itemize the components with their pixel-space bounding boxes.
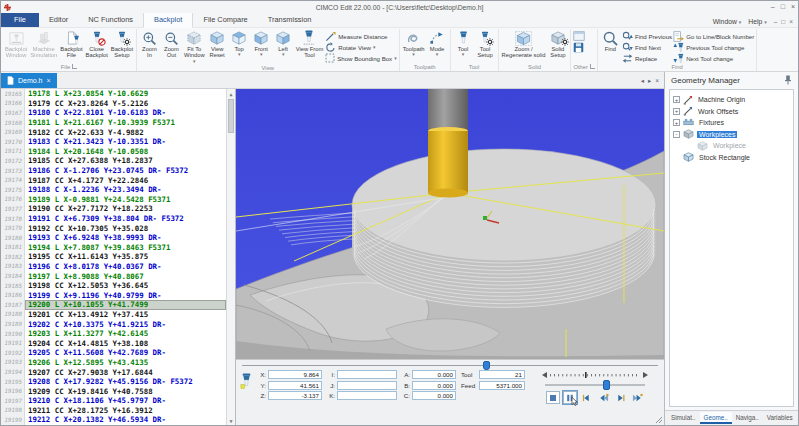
ribbon-button-show-bounding-box[interactable]: Show Bounding Box ▾ bbox=[325, 53, 396, 63]
axis-value-x[interactable]: 9.864 bbox=[268, 370, 322, 379]
resize-grip[interactable] bbox=[655, 416, 663, 424]
ribbon-button-zoom-out[interactable]: Zoom Out bbox=[161, 29, 182, 65]
ribbon-button-top[interactable]: Top▾ bbox=[229, 29, 250, 65]
ribbon-button-zoom-in[interactable]: Zoom In bbox=[139, 29, 160, 65]
code-line[interactable]: 1916619179 CC X+23.8264 Y-5.2126 bbox=[1, 99, 226, 109]
code-line[interactable]: 1918719200 L X+10.1055 Y+41.7499 bbox=[1, 300, 226, 310]
code-line[interactable]: 1919619209 CC X+19.8416 Y+40.7588 bbox=[1, 386, 226, 396]
panel-tab-naviga[interactable]: Naviga.. bbox=[732, 412, 763, 424]
code-line[interactable]: 1918519198 CC X+12.5053 Y+36.645 bbox=[1, 281, 226, 291]
code-line[interactable]: 1918419197 L X+8.9088 Y+40.8067 bbox=[1, 271, 226, 281]
ribbon-button-left[interactable]: Left▾ bbox=[273, 29, 294, 65]
minimize-icon[interactable]: – bbox=[771, 2, 775, 12]
stop-button[interactable] bbox=[546, 391, 560, 404]
tree-item-workpiece[interactable]: Workpiece bbox=[673, 140, 790, 152]
panel-tab-variables[interactable]: Variables bbox=[763, 412, 797, 424]
code-line[interactable]: 1916919182 CC X+22.633 Y-4.9882 bbox=[1, 127, 226, 137]
code-line[interactable]: 1917719190 CC X+27.7172 Y+18.2253 bbox=[1, 204, 226, 214]
scroll-up-icon[interactable]: ▲ bbox=[229, 89, 232, 98]
document-tab[interactable]: Demo.h × bbox=[1, 73, 57, 88]
restore-icon[interactable]: □ bbox=[781, 2, 785, 12]
code-line[interactable]: 1917019183 C X+21.3423 Y-10.3351 DR- bbox=[1, 137, 226, 147]
axis-value-j[interactable] bbox=[337, 381, 397, 390]
ribbon-button-zoom-regenerate-solid[interactable]: Zoom / Regenerate solid bbox=[501, 29, 547, 62]
ribbon-button-rotate-view[interactable]: Rotate View ▾ bbox=[325, 42, 396, 52]
ribbon-button-solid-setup[interactable]: Solid Setup bbox=[547, 29, 568, 62]
panel-tab-simulat[interactable]: Simulat.. bbox=[667, 412, 700, 424]
code-line[interactable]: 1917419187 CC X+4.1727 Y+22.2846 bbox=[1, 175, 226, 185]
close-icon[interactable]: × bbox=[791, 2, 795, 12]
code-line[interactable]: 1919719210 C X+18.1106 Y+45.9797 DR- bbox=[1, 396, 226, 406]
editor-scrollbar[interactable]: ▲ ▼ bbox=[226, 89, 235, 425]
tree-item-machine-origin[interactable]: +Machine Origin bbox=[673, 94, 790, 106]
speed-slider-handle[interactable] bbox=[603, 380, 610, 390]
code-line[interactable]: 1917219185 CC X+27.6388 Y+18.2837 bbox=[1, 156, 226, 166]
code-line[interactable]: 1918019193 C X+6.9248 Y+38.9993 DR- bbox=[1, 233, 226, 243]
panel-tab-geome[interactable]: Geome.. bbox=[700, 412, 732, 424]
ribbon-button-find-previous[interactable]: Find Previous bbox=[622, 31, 672, 41]
ribbon-button-find-next[interactable]: Find Next bbox=[622, 42, 672, 52]
tree-expander-icon[interactable]: + bbox=[673, 108, 680, 115]
code-line[interactable]: 1916819181 L X+21.6167 Y-10.3939 F5371 bbox=[1, 118, 226, 128]
tree-item-work-offsets[interactable]: +Work Offsets bbox=[673, 106, 790, 118]
ribbon-button-front[interactable]: Front▾ bbox=[251, 29, 272, 65]
code-line[interactable]: 1919319206 L X+12.5895 Y+43.4135 bbox=[1, 358, 226, 368]
backplot-3d-scene[interactable] bbox=[236, 89, 664, 359]
mdi-close-icon[interactable]: × bbox=[789, 18, 793, 25]
ribbon-button-icon[interactable] bbox=[573, 42, 585, 52]
ribbon-button-next-tool-change[interactable]: Next Tool change bbox=[673, 53, 754, 63]
ribbon-button-measure-distance[interactable]: Measure Distance bbox=[325, 31, 396, 41]
axis-value-i[interactable] bbox=[337, 370, 397, 379]
ribbon-tab-backplot[interactable]: Backplot bbox=[143, 12, 193, 28]
axis-value-b[interactable]: 0.000 bbox=[412, 381, 456, 390]
pause-button[interactable] bbox=[563, 391, 577, 404]
tree-expander-icon[interactable]: + bbox=[673, 96, 680, 103]
code-line[interactable]: 1918219195 CC X+11.6143 Y+35.875 bbox=[1, 252, 226, 262]
code-line[interactable]: 1918819201 CC X+13.4912 Y+37.415 bbox=[1, 310, 226, 320]
tree-item-stock-rectangle[interactable]: Stock Rectangle bbox=[673, 152, 790, 164]
tab-close-icon[interactable]: × bbox=[47, 77, 51, 84]
ribbon-button-backplot-file[interactable]: Backplot File bbox=[59, 29, 83, 62]
ribbon-button-previous-tool-change[interactable]: Previous Tool change bbox=[673, 42, 754, 52]
code-line[interactable]: 1919419207 CC X+27.9038 Y+17.6844 bbox=[1, 367, 226, 377]
ribbon-button-view-reset[interactable]: View Reset bbox=[207, 29, 228, 65]
ribbon-button-tool[interactable]: Tool▾ bbox=[453, 29, 474, 62]
code-line[interactable]: 1917119184 L X+20.1648 Y-10.0508 bbox=[1, 147, 226, 157]
axis-value-z[interactable]: -3.137 bbox=[268, 391, 322, 400]
speed-slider[interactable] bbox=[545, 380, 645, 390]
run-forward-button[interactable] bbox=[631, 391, 645, 404]
feed-value[interactable]: 5371.000 bbox=[479, 381, 525, 390]
code-line[interactable]: 1916719180 C X+22.8101 Y-10.6183 DR- bbox=[1, 108, 226, 118]
code-line[interactable]: 1918919202 C X+10.3375 Y+41.9215 DR- bbox=[1, 319, 226, 329]
menu-window[interactable]: Window ▾ bbox=[713, 18, 742, 25]
code-line[interactable]: 1919919212 C X+20.1382 Y+46.5934 DR- bbox=[1, 415, 226, 425]
axis-value-k[interactable] bbox=[337, 391, 397, 400]
code-line[interactable]: 1919819211 CC X+28.1725 Y+16.3912 bbox=[1, 406, 226, 416]
nc-code-editor[interactable]: 1916519178 L X+23.0854 Y-10.662919166191… bbox=[1, 89, 236, 425]
ribbon-button-replace[interactable]: Replace bbox=[622, 53, 672, 63]
ribbon-button-close-backplot[interactable]: Close Backplot bbox=[85, 29, 109, 62]
code-line[interactable]: 1918319196 C X+8.0178 Y+40.0367 DR- bbox=[1, 262, 226, 272]
simulation-progress-slider[interactable] bbox=[242, 360, 658, 370]
scrollbar-thumb[interactable] bbox=[228, 99, 234, 133]
ribbon-button-go-to-line-block-number[interactable]: Go to Line/Block Number bbox=[673, 31, 754, 41]
code-line[interactable]: 1919019203 L X+11.3277 Y+42.6145 bbox=[1, 329, 226, 339]
ribbon-tab-file[interactable]: File bbox=[1, 13, 39, 27]
dialog-launcher-icon[interactable] bbox=[590, 64, 595, 69]
code-line[interactable]: 1917319186 C X-1.2706 Y+23.0745 DR- F537… bbox=[1, 166, 226, 176]
tree-expander-icon[interactable]: - bbox=[673, 131, 680, 138]
axis-value-y[interactable]: 41.561 bbox=[268, 381, 322, 390]
code-line[interactable]: 1917519188 C X-1.2236 Y+23.3494 DR- bbox=[1, 185, 226, 195]
ribbon-tab-file-compare[interactable]: File Compare bbox=[193, 13, 257, 27]
ribbon-tab-editor[interactable]: Editor bbox=[39, 13, 78, 27]
progress-slider-handle[interactable] bbox=[483, 361, 490, 370]
tree-item-fixtures[interactable]: +Fixtures bbox=[673, 117, 790, 129]
axis-value-a[interactable]: 0.000 bbox=[412, 370, 456, 379]
code-line[interactable]: 1918619199 C X+9.1196 Y+40.9799 DR- bbox=[1, 290, 226, 300]
menu-help[interactable]: Help ▾ bbox=[748, 18, 766, 25]
code-line[interactable]: 1919119204 CC X+14.4815 Y+38.108 bbox=[1, 338, 226, 348]
scroll-down-icon[interactable]: ▼ bbox=[229, 416, 232, 425]
speed-scale[interactable] bbox=[541, 371, 649, 379]
ribbon-button-fit-to-window[interactable]: Fit To Window▾ bbox=[183, 29, 206, 65]
mdi-minimize-icon[interactable]: – bbox=[774, 18, 778, 25]
